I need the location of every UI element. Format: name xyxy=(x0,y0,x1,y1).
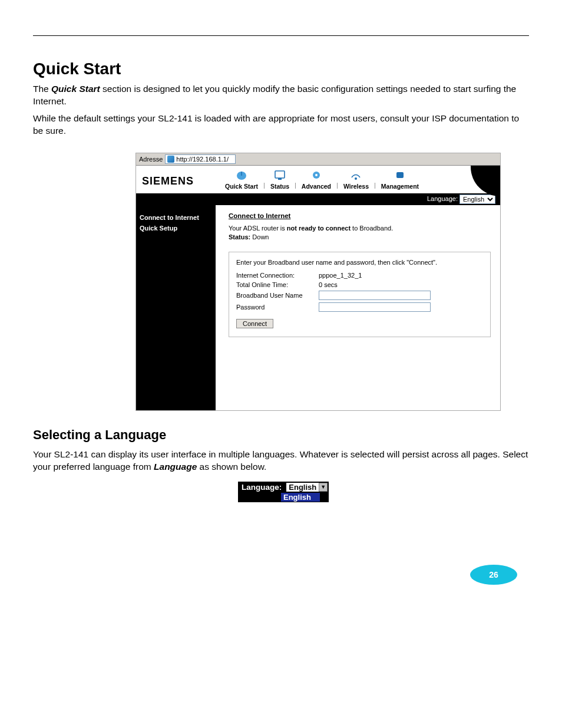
sel-lang-suffix: as shown below. xyxy=(197,462,266,472)
nav-advanced[interactable]: Advanced xyxy=(297,169,336,190)
total-online-time-value: 0 secs xyxy=(319,281,483,288)
username-input[interactable] xyxy=(319,291,431,300)
nav-wireless[interactable]: Wireless xyxy=(339,169,373,190)
svg-point-5 xyxy=(355,177,357,180)
top-nav: Quick Start | Status | Advance xyxy=(216,169,500,190)
intro-paragraph-1: The Quick Start section is designed to l… xyxy=(33,83,529,108)
nav-status[interactable]: Status xyxy=(266,169,294,190)
address-input[interactable]: http://192.168.1.1/ xyxy=(165,154,236,164)
lang-zoom-value: English xyxy=(289,483,316,492)
lang-zoom-label: Language: xyxy=(238,482,285,493)
top-rule xyxy=(33,35,529,36)
nav-wireless-label: Wireless xyxy=(343,183,369,190)
nav-management[interactable]: Management xyxy=(376,169,424,190)
sidebar-item-quick-setup[interactable]: Quick Setup xyxy=(140,224,212,233)
intro1-prefix: The xyxy=(33,84,51,94)
status-line-pre: Your ADSL router is xyxy=(229,225,287,232)
ie-icon xyxy=(167,156,174,163)
connect-button[interactable]: Connect xyxy=(236,319,273,328)
gear-icon xyxy=(309,169,324,181)
language-select[interactable]: English xyxy=(459,195,495,204)
chevron-down-icon: ▼ xyxy=(319,483,328,492)
language-label: Language: xyxy=(427,195,458,202)
page-number-badge: 26 xyxy=(470,565,517,585)
svg-rect-1 xyxy=(275,171,285,178)
nav-quick-start[interactable]: Quick Start xyxy=(220,169,263,190)
address-url: http://192.168.1.1/ xyxy=(176,156,229,163)
brand-logo: SIEMENS xyxy=(136,166,216,193)
nav-management-label: Management xyxy=(381,183,419,190)
content-pane: Connect to Internet Your ADSL router is … xyxy=(216,205,500,410)
nav-quick-start-label: Quick Start xyxy=(225,183,258,190)
password-input[interactable] xyxy=(319,302,431,312)
corner-curve xyxy=(471,166,500,196)
status-value: Down xyxy=(252,233,269,241)
password-label: Password xyxy=(236,304,319,311)
address-label: Adresse xyxy=(139,156,163,163)
username-label: Broadband User Name xyxy=(236,292,319,299)
svg-rect-2 xyxy=(278,178,282,180)
intro1-suffix: section is designed to let you quickly m… xyxy=(33,84,516,106)
status-line-bold: not ready to connect xyxy=(287,225,351,232)
status-label: Status: xyxy=(229,233,250,241)
monitor-icon xyxy=(272,169,287,181)
sel-lang-prefix: Your SL2-141 can display its user interf… xyxy=(33,449,528,472)
language-zoom-figure: Language: English ▼ English xyxy=(135,478,529,502)
status-line-post: to Broadband. xyxy=(351,225,393,232)
total-online-time-label: Total Online Time: xyxy=(236,281,319,288)
status-line: Your ADSL router is not ready to connect… xyxy=(229,224,491,242)
language-bar: Language: English xyxy=(136,193,500,205)
router-screenshot: Adresse http://192.168.1.1/ SIEMENS Quic… xyxy=(135,153,501,411)
svg-rect-6 xyxy=(396,172,404,178)
nav-status-label: Status xyxy=(270,183,289,190)
lang-zoom-select[interactable]: English ▼ xyxy=(285,482,329,493)
selecting-language-title: Selecting a Language xyxy=(33,427,529,443)
section-title: Quick Start xyxy=(33,60,529,78)
wireless-icon xyxy=(348,169,363,181)
pane-title: Connect to Internet xyxy=(229,212,491,219)
nav-advanced-label: Advanced xyxy=(302,183,331,190)
svg-point-4 xyxy=(315,174,318,176)
connect-form: Enter your Broadband user name and passw… xyxy=(229,252,491,337)
form-prompt: Enter your Broadband user name and passw… xyxy=(236,258,483,267)
intro1-bold: Quick Start xyxy=(51,84,100,94)
selecting-language-para: Your SL2-141 can display its user interf… xyxy=(33,449,529,473)
internet-connection-label: Internet Connection: xyxy=(236,272,319,279)
sel-lang-bold: Language xyxy=(154,462,197,472)
sidebar-item-connect[interactable]: Connect to Internet xyxy=(140,213,212,223)
browser-address-bar: Adresse http://192.168.1.1/ xyxy=(136,153,500,166)
management-icon xyxy=(392,169,408,181)
intro-paragraph-2: While the default settings your SL2-141 … xyxy=(33,113,529,137)
lang-zoom-open-option[interactable]: English xyxy=(280,493,320,502)
mouse-icon xyxy=(234,169,249,181)
internet-connection-value: pppoe_1_32_1 xyxy=(319,272,483,279)
sidebar: Connect to Internet Quick Setup xyxy=(136,205,216,410)
